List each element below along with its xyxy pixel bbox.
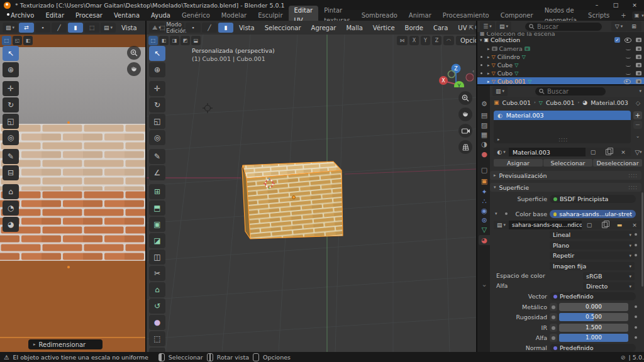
uv-grab-brush-button[interactable]: ⌂ [3, 184, 19, 199]
mirror-icon[interactable]: ⋈ [397, 36, 408, 45]
sidebar-collapse-icon[interactable]: ‹ [472, 69, 474, 74]
uv-select-island-button[interactable]: ⬚ [84, 23, 99, 33]
normal-field[interactable]: Predefinido [550, 344, 636, 352]
material-slot-list[interactable]: ◐ Material.003 ▸ :::: [494, 111, 631, 143]
outliner-row-cubo-001-selected[interactable]: ▸ ▽ Cubo.001 ▽ [477, 77, 644, 84]
transform-tool-button[interactable]: ◎ [149, 130, 165, 145]
uv-pivot-icon[interactable]: ⬚ [2, 36, 11, 45]
uv-vertex-dot[interactable] [67, 121, 70, 124]
filter-icon[interactable]: ▽▾ [611, 21, 626, 31]
tab-render[interactable]: ▤ [479, 110, 490, 120]
vector-field[interactable]: Predefinido [550, 292, 636, 300]
image-name-field[interactable]: sahara-sands-squ...ndicott-5ghxye.jpg [509, 221, 582, 229]
menu-ayuda[interactable]: Ayuda [145, 10, 176, 21]
select-mode-vertex-button[interactable]: ∙ [186, 23, 201, 33]
extension-dropdown[interactable]: Repetir▾ [550, 251, 635, 260]
tweak-tool-button[interactable]: ↖ [149, 46, 165, 61]
tab-constraints[interactable]: ⊛ [479, 215, 490, 225]
open-folder-icon[interactable]: ▬ [612, 221, 627, 229]
breadcrumb-material[interactable]: Material.003 [591, 99, 628, 106]
inset-faces-tool-button[interactable]: ▣ [149, 217, 165, 232]
uv-cursor-tool-button[interactable]: ⊕ [3, 62, 19, 77]
tab-collection[interactable]: ▢ [479, 165, 490, 175]
menu-editar[interactable]: Editar [40, 10, 70, 21]
mode-selector[interactable]: ⬚ Modo Edición▾ [165, 23, 184, 33]
properties-search-input[interactable]: Buscar [535, 87, 606, 96]
knife-tool-button[interactable]: ✂ [149, 266, 165, 281]
measure-tool-button[interactable]: ∠ [149, 165, 165, 180]
tab-output[interactable]: ▨ [479, 120, 490, 130]
deselect-button[interactable]: Deseleccionar [593, 159, 642, 167]
tab-tool[interactable]: ⚙ [479, 99, 490, 109]
tab-scene[interactable]: ◑ [479, 139, 490, 149]
copy-icon[interactable] [601, 148, 616, 156]
decorator-dot[interactable] [635, 254, 637, 256]
metallic-slider[interactable]: 0.000 [559, 303, 628, 311]
outliner-row-cube[interactable]: ▸ ▽ Cube ▽ [477, 61, 644, 69]
eye-closed-icon[interactable] [626, 47, 631, 50]
assign-button[interactable]: Asignar [494, 159, 543, 167]
expand-icon[interactable]: ▾ [495, 211, 497, 216]
annotate-tool-button[interactable]: ✎ [149, 149, 165, 164]
operator-panel[interactable]: ▸ Redimensionar [28, 339, 103, 349]
decorator-dot[interactable] [635, 233, 637, 236]
offline-icon[interactable]: ⊘ [621, 354, 626, 361]
add-cube-tool-button[interactable]: ⊞ [149, 184, 165, 199]
eye-icon[interactable] [624, 79, 631, 84]
uv-transform-tool-button[interactable]: ◎ [3, 130, 19, 145]
outliner-row-camera[interactable]: ▸ Camera [477, 45, 644, 53]
eye-closed-icon[interactable] [626, 55, 631, 58]
pin-icon[interactable]: ◇ [636, 99, 640, 106]
tab-view-layer[interactable]: ▦ [479, 129, 490, 140]
uv-rip-region-tool-button[interactable]: ⊟ [3, 165, 19, 180]
menu-procesar[interactable]: Procesar [70, 10, 108, 21]
tab-componer[interactable]: Componer [495, 11, 539, 21]
socket-toggle[interactable] [550, 324, 557, 332]
tab-object[interactable]: ▣ [479, 176, 490, 186]
uv-proportional-icon[interactable]: ◧ [23, 36, 33, 45]
vp-menu-borde[interactable]: Borde [401, 25, 428, 31]
collection-checkbox[interactable]: ✓ [614, 37, 620, 43]
copy-icon[interactable] [597, 221, 612, 229]
select-mode-face-button[interactable]: ▮ [218, 23, 233, 33]
breadcrumb-mesh[interactable]: Cubo.001 [546, 99, 574, 106]
chevron-down-icon[interactable]: ▾ [480, 38, 482, 43]
uv-scale-tool-button[interactable]: ◱ [3, 114, 19, 129]
socket-toggle[interactable] [550, 303, 557, 311]
menu-ventana[interactable]: Ventana [108, 10, 145, 21]
remove-slot-button[interactable]: − [633, 121, 642, 129]
decorator-dot[interactable] [635, 315, 637, 318]
shrink-fatten-tool-button[interactable]: ✥ [149, 348, 165, 352]
material-name-field[interactable]: Material.003 [509, 148, 586, 156]
vp-overlay-icon-1[interactable]: ◧ [159, 36, 169, 45]
render-visibility-icon[interactable] [636, 63, 641, 67]
render-visibility-icon[interactable] [636, 47, 641, 51]
decorator-dot[interactable] [635, 326, 637, 329]
breadcrumb-object[interactable]: Cubo.001 [502, 99, 531, 106]
tab-esculpir[interactable]: Esculpir [252, 11, 288, 21]
vp-menu-cara[interactable]: Cara [429, 25, 452, 31]
tab-animar[interactable]: Animar [403, 11, 437, 21]
move-tool-button[interactable]: ✛ [149, 81, 165, 96]
render-visibility-icon[interactable] [636, 79, 641, 84]
panel-previsualizacion[interactable]: ▸Previsualización:::: [490, 171, 641, 180]
maximize-button[interactable]: □ [606, 0, 625, 10]
roughness-slider[interactable]: 0.500 [559, 313, 628, 321]
chevron-down-icon[interactable]: ▾ [639, 89, 641, 94]
socket-toggle[interactable] [550, 334, 557, 342]
tab-object-data[interactable]: ▽ [479, 224, 490, 234]
decorator-dot[interactable] [505, 212, 508, 215]
menu-archivo[interactable]: Archivo [5, 10, 40, 21]
fake-user-shield-icon[interactable]: ▢ [586, 148, 601, 156]
new-collection-icon[interactable]: ⊞ [626, 21, 641, 31]
navigation-gizmo[interactable]: Z X Y [437, 51, 474, 87]
expand-icon[interactable]: ▸ [487, 71, 490, 76]
extrude-tool-button[interactable]: ⬒ [149, 200, 165, 216]
mirror-x-button[interactable]: X [409, 36, 419, 45]
decorator-dot[interactable] [635, 244, 637, 246]
fake-user-shield-icon[interactable]: ▢ [582, 221, 597, 229]
vp-overlay-icon-4[interactable]: ⬓ [191, 36, 201, 45]
outliner-display-mode-button[interactable]: ▤▾ [496, 21, 511, 31]
uv-select-edge-button[interactable]: ╱ [52, 23, 67, 33]
render-visibility-icon[interactable] [636, 71, 641, 75]
